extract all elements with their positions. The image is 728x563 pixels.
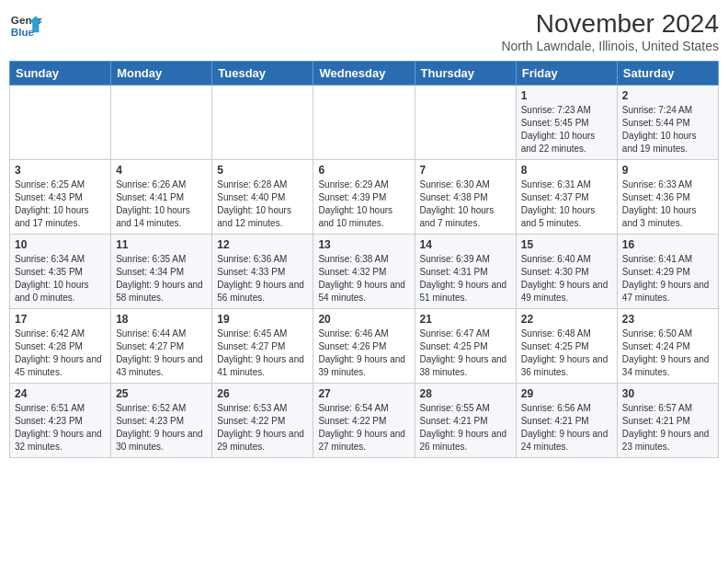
svg-text:Blue: Blue (11, 26, 35, 38)
calendar-cell: 29Sunrise: 6:56 AM Sunset: 4:21 PM Dayli… (516, 384, 617, 458)
calendar-cell: 28Sunrise: 6:55 AM Sunset: 4:21 PM Dayli… (415, 384, 516, 458)
day-info: Sunrise: 6:28 AM Sunset: 4:40 PM Dayligh… (217, 178, 308, 230)
day-info: Sunrise: 6:53 AM Sunset: 4:22 PM Dayligh… (217, 402, 308, 454)
day-info: Sunrise: 6:55 AM Sunset: 4:21 PM Dayligh… (420, 402, 511, 454)
calendar-week-row: 24Sunrise: 6:51 AM Sunset: 4:23 PM Dayli… (10, 384, 719, 458)
day-info: Sunrise: 6:36 AM Sunset: 4:33 PM Dayligh… (217, 253, 308, 304)
day-info: Sunrise: 6:56 AM Sunset: 4:21 PM Dayligh… (521, 402, 612, 454)
calendar-cell: 21Sunrise: 6:47 AM Sunset: 4:25 PM Dayli… (415, 309, 516, 384)
calendar-cell: 23Sunrise: 6:50 AM Sunset: 4:24 PM Dayli… (617, 309, 718, 384)
calendar-cell: 13Sunrise: 6:38 AM Sunset: 4:32 PM Dayli… (313, 235, 415, 309)
title-section: November 2024 North Lawndale, Illinois, … (501, 9, 719, 53)
day-header-saturday: Saturday (617, 62, 718, 86)
day-number: 5 (217, 164, 308, 177)
calendar-cell: 5Sunrise: 6:28 AM Sunset: 4:40 PM Daylig… (212, 160, 313, 235)
calendar-cell: 20Sunrise: 6:46 AM Sunset: 4:26 PM Dayli… (313, 309, 415, 384)
day-info: Sunrise: 6:30 AM Sunset: 4:38 PM Dayligh… (420, 178, 511, 230)
day-number: 26 (217, 387, 308, 400)
day-info: Sunrise: 6:46 AM Sunset: 4:26 PM Dayligh… (318, 327, 409, 379)
day-header-tuesday: Tuesday (212, 62, 313, 86)
day-header-friday: Friday (516, 62, 617, 86)
calendar-cell: 3Sunrise: 6:25 AM Sunset: 4:43 PM Daylig… (10, 160, 111, 235)
day-number: 12 (217, 238, 308, 251)
day-number: 20 (318, 313, 409, 326)
day-number: 18 (116, 313, 207, 326)
day-info: Sunrise: 6:47 AM Sunset: 4:25 PM Dayligh… (420, 327, 511, 379)
calendar-cell: 10Sunrise: 6:34 AM Sunset: 4:35 PM Dayli… (10, 235, 111, 309)
day-number: 6 (318, 164, 409, 177)
day-info: Sunrise: 6:31 AM Sunset: 4:37 PM Dayligh… (521, 178, 612, 230)
calendar-cell: 1Sunrise: 7:23 AM Sunset: 5:45 PM Daylig… (516, 86, 617, 160)
day-number: 7 (420, 164, 511, 177)
day-info: Sunrise: 6:44 AM Sunset: 4:27 PM Dayligh… (116, 327, 207, 379)
calendar-week-row: 3Sunrise: 6:25 AM Sunset: 4:43 PM Daylig… (10, 160, 719, 235)
day-number: 28 (420, 387, 511, 400)
calendar-table: SundayMondayTuesdayWednesdayThursdayFrid… (9, 61, 719, 458)
calendar-cell (313, 86, 415, 160)
day-number: 10 (15, 238, 106, 251)
day-info: Sunrise: 6:40 AM Sunset: 4:30 PM Dayligh… (521, 253, 612, 304)
day-number: 30 (622, 387, 713, 400)
day-info: Sunrise: 6:26 AM Sunset: 4:41 PM Dayligh… (116, 178, 207, 230)
day-info: Sunrise: 6:45 AM Sunset: 4:27 PM Dayligh… (217, 327, 308, 379)
day-info: Sunrise: 6:52 AM Sunset: 4:23 PM Dayligh… (116, 402, 207, 454)
page-header: General Blue November 2024 North Lawndal… (9, 9, 719, 53)
month-title: November 2024 (501, 9, 719, 39)
day-number: 27 (318, 387, 409, 400)
day-number: 25 (116, 387, 207, 400)
calendar-cell (415, 86, 516, 160)
calendar-week-row: 1Sunrise: 7:23 AM Sunset: 5:45 PM Daylig… (10, 86, 719, 160)
day-header-sunday: Sunday (10, 62, 111, 86)
calendar-cell: 15Sunrise: 6:40 AM Sunset: 4:30 PM Dayli… (516, 235, 617, 309)
logo-icon: General Blue (9, 9, 42, 42)
day-number: 11 (116, 238, 207, 251)
day-number: 21 (420, 313, 511, 326)
location-subtitle: North Lawndale, Illinois, United States (501, 39, 719, 53)
day-number: 2 (622, 89, 713, 102)
day-number: 9 (622, 164, 713, 177)
day-info: Sunrise: 6:57 AM Sunset: 4:21 PM Dayligh… (622, 402, 713, 454)
day-number: 8 (521, 164, 612, 177)
day-info: Sunrise: 7:23 AM Sunset: 5:45 PM Dayligh… (521, 104, 612, 155)
day-info: Sunrise: 6:50 AM Sunset: 4:24 PM Dayligh… (622, 327, 713, 379)
calendar-cell: 19Sunrise: 6:45 AM Sunset: 4:27 PM Dayli… (212, 309, 313, 384)
day-info: Sunrise: 6:51 AM Sunset: 4:23 PM Dayligh… (15, 402, 106, 454)
day-number: 23 (622, 313, 713, 326)
calendar-cell: 26Sunrise: 6:53 AM Sunset: 4:22 PM Dayli… (212, 384, 313, 458)
day-info: Sunrise: 6:42 AM Sunset: 4:28 PM Dayligh… (15, 327, 106, 379)
day-info: Sunrise: 6:48 AM Sunset: 4:25 PM Dayligh… (521, 327, 612, 379)
day-info: Sunrise: 6:33 AM Sunset: 4:36 PM Dayligh… (622, 178, 713, 230)
day-number: 19 (217, 313, 308, 326)
calendar-cell: 24Sunrise: 6:51 AM Sunset: 4:23 PM Dayli… (10, 384, 111, 458)
calendar-cell: 8Sunrise: 6:31 AM Sunset: 4:37 PM Daylig… (516, 160, 617, 235)
calendar-cell: 16Sunrise: 6:41 AM Sunset: 4:29 PM Dayli… (617, 235, 718, 309)
day-info: Sunrise: 6:41 AM Sunset: 4:29 PM Dayligh… (622, 253, 713, 304)
calendar-cell: 22Sunrise: 6:48 AM Sunset: 4:25 PM Dayli… (516, 309, 617, 384)
calendar-cell: 6Sunrise: 6:29 AM Sunset: 4:39 PM Daylig… (313, 160, 415, 235)
day-info: Sunrise: 6:29 AM Sunset: 4:39 PM Dayligh… (318, 178, 409, 230)
day-number: 22 (521, 313, 612, 326)
calendar-cell: 14Sunrise: 6:39 AM Sunset: 4:31 PM Dayli… (415, 235, 516, 309)
calendar-cell: 9Sunrise: 6:33 AM Sunset: 4:36 PM Daylig… (617, 160, 718, 235)
calendar-cell: 4Sunrise: 6:26 AM Sunset: 4:41 PM Daylig… (111, 160, 212, 235)
day-number: 3 (15, 164, 106, 177)
calendar-header-row: SundayMondayTuesdayWednesdayThursdayFrid… (10, 62, 719, 86)
calendar-cell: 7Sunrise: 6:30 AM Sunset: 4:38 PM Daylig… (415, 160, 516, 235)
calendar-cell (10, 86, 111, 160)
calendar-cell: 11Sunrise: 6:35 AM Sunset: 4:34 PM Dayli… (111, 235, 212, 309)
day-number: 15 (521, 238, 612, 251)
day-number: 24 (15, 387, 106, 400)
calendar-cell (111, 86, 212, 160)
calendar-cell: 25Sunrise: 6:52 AM Sunset: 4:23 PM Dayli… (111, 384, 212, 458)
day-info: Sunrise: 6:25 AM Sunset: 4:43 PM Dayligh… (15, 178, 106, 230)
day-info: Sunrise: 6:54 AM Sunset: 4:22 PM Dayligh… (318, 402, 409, 454)
day-number: 4 (116, 164, 207, 177)
day-info: Sunrise: 6:39 AM Sunset: 4:31 PM Dayligh… (420, 253, 511, 304)
day-info: Sunrise: 6:34 AM Sunset: 4:35 PM Dayligh… (15, 253, 106, 304)
calendar-week-row: 17Sunrise: 6:42 AM Sunset: 4:28 PM Dayli… (10, 309, 719, 384)
calendar-cell: 12Sunrise: 6:36 AM Sunset: 4:33 PM Dayli… (212, 235, 313, 309)
calendar-cell: 18Sunrise: 6:44 AM Sunset: 4:27 PM Dayli… (111, 309, 212, 384)
day-number: 17 (15, 313, 106, 326)
calendar-cell: 17Sunrise: 6:42 AM Sunset: 4:28 PM Dayli… (10, 309, 111, 384)
day-number: 16 (622, 238, 713, 251)
